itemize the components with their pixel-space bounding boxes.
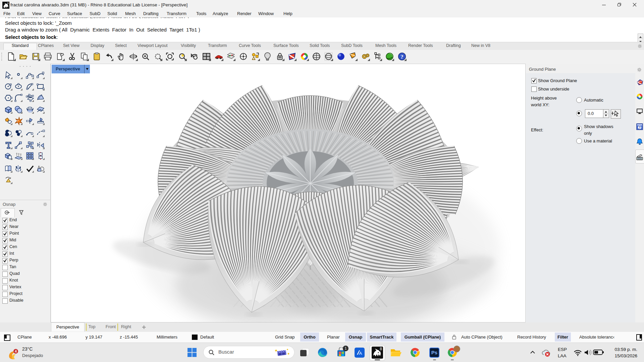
svg-text:4: 4 bbox=[15, 350, 17, 353]
svg-text:?: ? bbox=[400, 53, 404, 60]
svg-text:8: 8 bbox=[7, 2, 9, 4]
svg-text:?: ? bbox=[639, 126, 641, 129]
